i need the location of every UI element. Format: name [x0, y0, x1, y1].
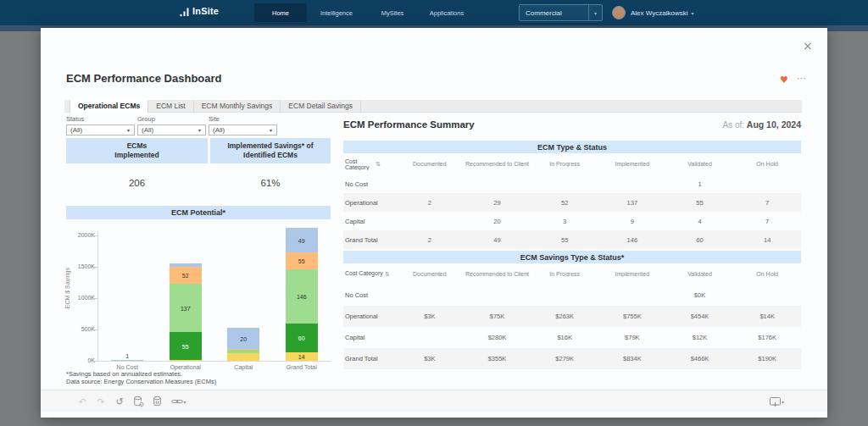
- column-header-cost-category[interactable]: Cost Category⇅: [343, 270, 396, 277]
- bar-capital[interactable]: 720: [227, 328, 259, 361]
- nav-item-label: MySites: [381, 9, 404, 17]
- chart-area: ECM $ Savings 0K500K1000K1500K2000K1No C…: [66, 221, 331, 373]
- column-header-label: Validated: [687, 271, 712, 277]
- column-header-recommended-to-client[interactable]: Recommended to Client: [464, 271, 531, 277]
- nav-item-home[interactable]: Home: [254, 3, 307, 22]
- bar-segment-validated[interactable]: 60: [286, 324, 318, 352]
- segment-count-label: 55: [286, 258, 318, 264]
- table-cell: $263K: [531, 313, 598, 320]
- table-cell: 7: [733, 218, 801, 225]
- table-row-no-cost: No Cost1: [343, 174, 801, 193]
- table-cell: $176K: [733, 334, 801, 341]
- signal-bars-icon: [180, 6, 191, 17]
- bar-segment-on-hold[interactable]: 14: [286, 352, 318, 361]
- column-header-documented[interactable]: Documented: [396, 271, 464, 277]
- column-header-label: Validated: [687, 161, 712, 167]
- sort-icon[interactable]: ⇅: [376, 161, 381, 168]
- table-row-grand-total: Grand Total$3K$355K$279K$834K$466K$190K: [343, 348, 801, 369]
- column-header-implemented[interactable]: Implemented: [598, 161, 666, 167]
- close-icon[interactable]: ×: [803, 39, 813, 53]
- segment-dropdown[interactable]: Commercial ▾: [519, 4, 603, 21]
- column-header-validated[interactable]: Validated: [666, 271, 734, 277]
- x-axis-category-label: Capital: [214, 364, 273, 370]
- redo-icon[interactable]: ↷: [93, 390, 108, 412]
- filter-site: Site (All) ▾: [209, 115, 277, 136]
- nav-item-applications[interactable]: Applications: [424, 0, 470, 25]
- column-header-on-hold[interactable]: On Hold: [733, 271, 801, 277]
- bar-segment-in-progress[interactable]: 52: [170, 267, 202, 284]
- bar-segment-on-hold[interactable]: 7: [227, 353, 259, 361]
- column-header-on-hold[interactable]: On Hold: [733, 161, 801, 167]
- download-icon[interactable]: ▾: [765, 390, 788, 412]
- kpi-title-line: Identified ECMs: [243, 151, 298, 160]
- page-title: ECM Performance Dashboard: [66, 72, 222, 85]
- table-cell: $0K: [666, 291, 734, 299]
- bar-segment-recommended-to-client[interactable]: 49: [286, 228, 318, 252]
- insite-logo[interactable]: InSite: [180, 5, 219, 17]
- site-filter-dropdown[interactable]: (All) ▾: [209, 124, 277, 136]
- favorite-heart-icon[interactable]: ♥: [780, 75, 788, 86]
- user-menu[interactable]: Alex Wyczalkowski ▾: [631, 0, 694, 25]
- share-icon[interactable]: ▾: [170, 390, 188, 412]
- bar-segment-implemented[interactable]: 146: [286, 269, 318, 324]
- tab-ecm-list[interactable]: ECM List: [148, 100, 193, 113]
- bar-grand-total[interactable]: 14601465549: [286, 228, 318, 361]
- bar-operational[interactable]: 5513752: [170, 263, 202, 361]
- column-header-implemented[interactable]: Implemented: [598, 271, 666, 277]
- ecm-type-status-table: ECM Type & StatusCost Category⇅Documente…: [343, 141, 801, 249]
- tab-ecm-monthly-savings[interactable]: ECM Monthly Savings: [194, 100, 281, 113]
- segment-count-label: 55: [170, 343, 202, 349]
- column-header-cost-category[interactable]: Cost Category⇅: [343, 158, 396, 170]
- bar-segment-implemented[interactable]: [227, 350, 259, 353]
- bar-no-cost[interactable]: 1: [111, 360, 143, 361]
- bar-segment-in-progress[interactable]: 55: [286, 252, 318, 269]
- revert-icon[interactable]: ↺: [112, 390, 127, 412]
- bar-segment-validated[interactable]: 55: [170, 332, 202, 360]
- kpi-value: 61%: [210, 163, 331, 202]
- column-header-recommended-to-client[interactable]: Recommended to Client: [464, 161, 531, 167]
- top-nav-bar: InSite Home Intelligence MySites Applica…: [0, 0, 868, 25]
- group-filter-dropdown[interactable]: (All) ▾: [137, 124, 206, 136]
- bar-segment-in-progress[interactable]: [227, 349, 259, 350]
- bar-segment-implemented[interactable]: 137: [170, 284, 202, 332]
- nav-item-mysites[interactable]: MySites: [373, 0, 412, 25]
- table-cell: 7: [733, 199, 801, 207]
- kpi-title-line: Implemented: [114, 151, 159, 160]
- table-cell: 29: [464, 199, 531, 207]
- x-axis-category-label: No Cost: [98, 364, 157, 370]
- refresh-cylinder-glyph: [133, 396, 144, 407]
- table-cell: 9: [598, 218, 666, 225]
- refresh-data-icon[interactable]: [131, 390, 146, 412]
- column-header-validated[interactable]: Validated: [666, 161, 734, 167]
- sort-icon[interactable]: ⇅: [385, 271, 390, 278]
- bar-segment-validated[interactable]: 1: [111, 360, 143, 361]
- filter-value: (All): [138, 126, 194, 134]
- column-header-label: Recommended to Client: [465, 161, 529, 167]
- table-title-band: ECM Type & Status: [343, 141, 801, 153]
- table-cell: 1: [666, 180, 734, 188]
- status-filter-dropdown[interactable]: (All) ▾: [66, 124, 135, 136]
- column-header-label: Documented: [413, 271, 447, 277]
- more-options-icon[interactable]: ⋯: [797, 73, 807, 84]
- as-of-label: As of:: [722, 120, 744, 130]
- column-header-in-progress[interactable]: In Progress: [531, 271, 598, 277]
- table-cell: $280K: [464, 334, 531, 341]
- table-cell: 52: [531, 199, 598, 207]
- undo-icon[interactable]: ↶: [75, 390, 90, 412]
- tab-ecm-detail-savings[interactable]: ECM Detail Savings: [281, 100, 361, 113]
- nav-item-intelligence[interactable]: Intelligence: [309, 0, 364, 25]
- bar-segment-recommended-to-client[interactable]: 20: [227, 328, 259, 349]
- bar-segment-on-hold[interactable]: [170, 360, 202, 361]
- x-axis-category-label: Grand Total: [273, 364, 331, 370]
- column-header-in-progress[interactable]: In Progress: [531, 161, 598, 167]
- table-row-operational: Operational$3K$75K$263K$755K$454K$14K: [343, 306, 801, 327]
- tab-operational-ecms[interactable]: Operational ECMs: [70, 100, 148, 113]
- pause-data-icon[interactable]: [149, 390, 164, 412]
- column-header-documented[interactable]: Documented: [396, 161, 464, 167]
- chevron-down-icon: ▾: [782, 399, 784, 405]
- bar-segment-recommended-to-client[interactable]: [170, 263, 202, 267]
- screen: InSite Home Intelligence MySites Applica…: [0, 0, 868, 426]
- user-avatar[interactable]: [612, 6, 626, 19]
- segment-count-label: 20: [227, 335, 259, 341]
- download-glyph: [769, 396, 782, 407]
